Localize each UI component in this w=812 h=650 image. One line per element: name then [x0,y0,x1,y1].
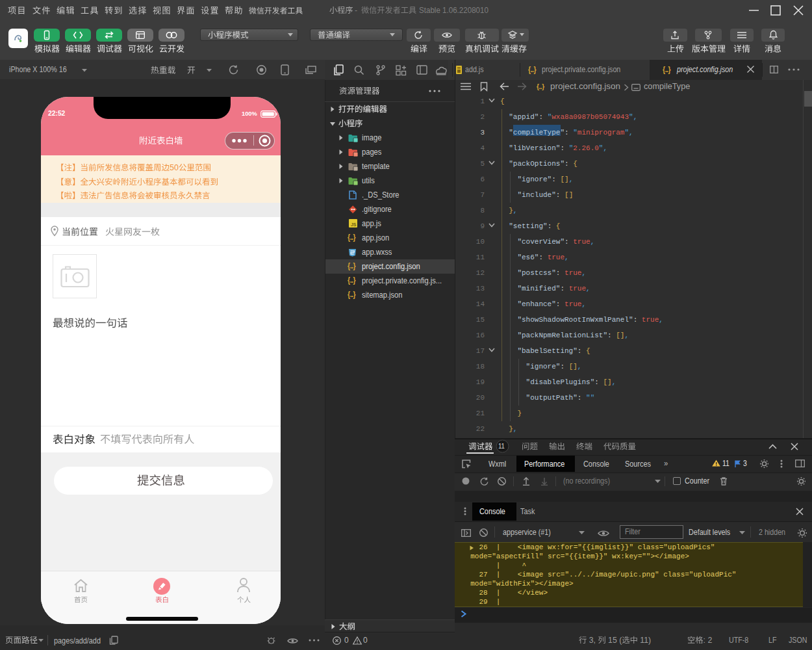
svg-text:: 2: : 2 [704,636,713,645]
svg-text:JS: JS [351,222,357,227]
svg-text:3,: 3, [587,636,598,645]
svg-text:50: 50 [170,163,179,172]
svg-text:11): 11) [638,636,651,645]
svg-text:15 (: 15 ( [606,636,622,645]
